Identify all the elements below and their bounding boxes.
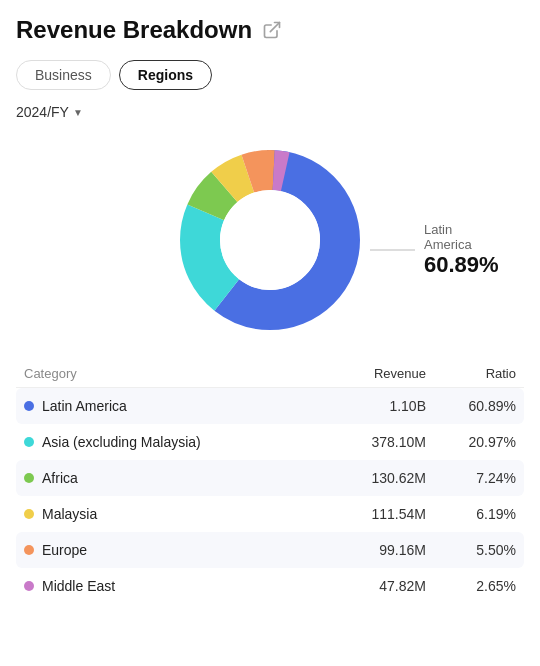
export-icon[interactable] — [262, 20, 282, 40]
revenue-value: 1.10B — [306, 398, 426, 414]
category-dot — [24, 401, 34, 411]
ratio-value: 5.50% — [426, 542, 516, 558]
category-dot — [24, 509, 34, 519]
chevron-down-icon: ▼ — [73, 107, 83, 118]
category-name: Middle East — [42, 578, 115, 594]
ratio-value: 6.19% — [426, 506, 516, 522]
category-dot — [24, 581, 34, 591]
table-header: Category Revenue Ratio — [16, 360, 524, 388]
category-name: Europe — [42, 542, 87, 558]
ratio-value: 20.97% — [426, 434, 516, 450]
category-dot — [24, 473, 34, 483]
category-name: Africa — [42, 470, 78, 486]
period-label: 2024/FY — [16, 104, 69, 120]
category-cell: Malaysia — [24, 506, 306, 522]
category-cell: Africa — [24, 470, 306, 486]
ratio-value: 2.65% — [426, 578, 516, 594]
category-cell: Asia (excluding Malaysia) — [24, 434, 306, 450]
table-row: Malaysia 111.54M 6.19% — [16, 496, 524, 532]
category-name: Asia (excluding Malaysia) — [42, 434, 201, 450]
ratio-value: 7.24% — [426, 470, 516, 486]
table-row: Middle East 47.82M 2.65% — [16, 568, 524, 604]
revenue-value: 47.82M — [306, 578, 426, 594]
category-name: Malaysia — [42, 506, 97, 522]
col-category-header: Category — [24, 366, 306, 381]
data-table: Category Revenue Ratio Latin America 1.1… — [16, 360, 524, 604]
col-revenue-header: Revenue — [306, 366, 426, 381]
revenue-value: 111.54M — [306, 506, 426, 522]
period-selector[interactable]: 2024/FY ▼ — [16, 104, 524, 120]
tab-business[interactable]: Business — [16, 60, 111, 90]
header: Revenue Breakdown — [16, 16, 524, 44]
category-dot — [24, 545, 34, 555]
table-row: Latin America 1.10B 60.89% — [16, 388, 524, 424]
revenue-value: 99.16M — [306, 542, 426, 558]
revenue-value: 130.62M — [306, 470, 426, 486]
table-row: Europe 99.16M 5.50% — [16, 532, 524, 568]
revenue-value: 378.10M — [306, 434, 426, 450]
donut-callout: Latin America 60.89% — [370, 222, 499, 278]
svg-point-7 — [220, 190, 320, 290]
table-row: Asia (excluding Malaysia) 378.10M 20.97% — [16, 424, 524, 460]
callout-region: Latin America — [424, 222, 499, 252]
chart-section: Latin America 60.89% — [16, 130, 524, 360]
col-ratio-header: Ratio — [426, 366, 516, 381]
table-body: Latin America 1.10B 60.89% Asia (excludi… — [16, 388, 524, 604]
category-cell: Europe — [24, 542, 306, 558]
category-name: Latin America — [42, 398, 127, 414]
tab-regions[interactable]: Regions — [119, 60, 212, 90]
svg-line-0 — [270, 23, 279, 32]
chart-wrapper: Latin America 60.89% — [170, 140, 370, 340]
category-cell: Latin America — [24, 398, 306, 414]
donut-chart — [170, 140, 370, 340]
category-dot — [24, 437, 34, 447]
tab-group: Business Regions — [16, 60, 524, 90]
category-cell: Middle East — [24, 578, 306, 594]
table-row: Africa 130.62M 7.24% — [16, 460, 524, 496]
ratio-value: 60.89% — [426, 398, 516, 414]
page-title: Revenue Breakdown — [16, 16, 252, 44]
callout-percent: 60.89% — [424, 252, 499, 278]
